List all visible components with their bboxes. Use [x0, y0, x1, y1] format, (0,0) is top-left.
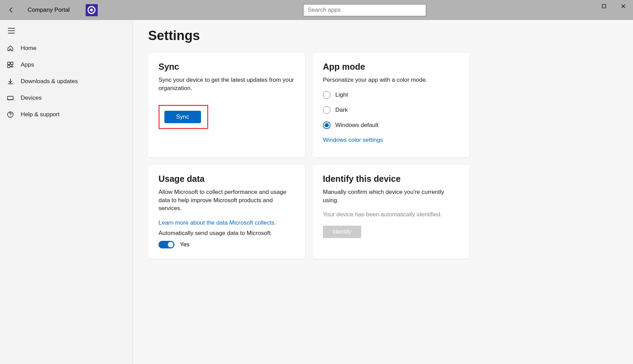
- sidebar-item-devices[interactable]: Devices: [0, 90, 133, 106]
- sidebar-item-downloads[interactable]: Downloads & updates: [0, 73, 133, 90]
- maximize-button[interactable]: [594, 0, 614, 12]
- help-icon: [6, 110, 15, 119]
- card-desc: Allow Microsoft to collect performance a…: [159, 188, 295, 213]
- sidebar-item-help[interactable]: Help & support: [0, 106, 133, 123]
- sync-button[interactable]: Sync: [164, 111, 201, 123]
- usage-data-toggle[interactable]: [159, 241, 174, 248]
- usage-data-card: Usage data Allow Microsoft to collect pe…: [148, 165, 305, 259]
- app-logo-icon: [86, 4, 98, 16]
- devices-icon: [6, 94, 15, 102]
- card-desc: Personalize your app with a color mode.: [323, 76, 459, 84]
- device-status: Your device has been automatically ident…: [323, 211, 459, 218]
- app-title: Company Portal: [28, 7, 70, 13]
- sidebar-item-label: Downloads & updates: [21, 78, 78, 85]
- learn-more-link[interactable]: Learn more about the data Microsoft coll…: [159, 219, 276, 226]
- close-button[interactable]: [614, 0, 633, 12]
- search-input[interactable]: [303, 4, 426, 16]
- radio-icon: [323, 91, 330, 99]
- sidebar-item-label: Apps: [21, 61, 34, 68]
- toggle-value: Yes: [180, 241, 190, 248]
- color-settings-link[interactable]: Windows color settings: [323, 137, 383, 144]
- radio-icon: [323, 121, 330, 129]
- sidebar-item-home[interactable]: Home: [0, 40, 133, 57]
- svg-rect-4: [11, 62, 13, 65]
- appmode-card: App mode Personalize your app with a col…: [313, 53, 469, 157]
- radio-label: Light: [335, 91, 348, 98]
- page-title: Settings: [148, 28, 618, 43]
- card-title: Usage data: [159, 174, 295, 184]
- apps-icon: [6, 61, 15, 69]
- radio-light[interactable]: Light: [323, 91, 459, 99]
- radio-windows-default[interactable]: Windows default: [323, 121, 459, 129]
- svg-rect-2: [602, 4, 606, 8]
- card-title: Identify this device: [323, 174, 459, 184]
- sidebar-item-label: Home: [21, 45, 36, 52]
- sidebar-item-label: Devices: [21, 95, 41, 101]
- card-desc: Manually confirm which device you're cur…: [323, 188, 459, 205]
- identify-button: Identify: [323, 226, 361, 238]
- titlebar: Company Portal: [0, 0, 633, 20]
- sidebar-item-label: Help & support: [21, 111, 59, 118]
- svg-rect-5: [8, 65, 10, 68]
- card-title: App mode: [323, 62, 459, 72]
- back-button[interactable]: [3, 2, 19, 18]
- radio-label: Windows default: [335, 122, 378, 129]
- highlight-annotation: Sync: [159, 105, 208, 129]
- home-icon: [6, 44, 15, 52]
- sidebar-item-apps[interactable]: Apps: [0, 57, 133, 73]
- radio-label: Dark: [335, 107, 348, 114]
- card-title: Sync: [159, 62, 295, 72]
- main-content: Settings Sync Sync your device to get th…: [133, 20, 633, 364]
- svg-rect-6: [8, 96, 13, 100]
- identify-device-card: Identify this device Manually confirm wh…: [313, 165, 469, 259]
- hamburger-menu-button[interactable]: [4, 23, 19, 38]
- sidebar: Home Apps Downloads & updates Devices He…: [0, 20, 133, 364]
- sync-card: Sync Sync your device to get the latest …: [148, 53, 305, 157]
- toggle-label: Automatically send usage data to Microso…: [159, 230, 295, 237]
- svg-point-1: [90, 9, 93, 11]
- radio-icon: [323, 106, 330, 114]
- radio-dark[interactable]: Dark: [323, 106, 459, 114]
- download-icon: [6, 77, 15, 86]
- card-desc: Sync your device to get the latest updat…: [159, 76, 295, 92]
- svg-rect-3: [8, 62, 10, 65]
